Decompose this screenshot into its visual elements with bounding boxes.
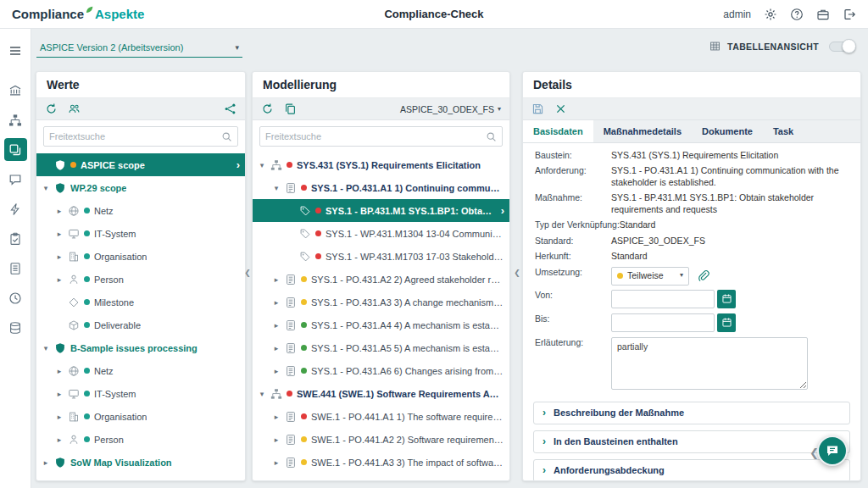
sidebar-item-reports[interactable] — [4, 257, 27, 280]
tab-massnahmedetails[interactable]: Maßnahmedetails — [593, 120, 692, 142]
tree-item[interactable]: ▸SYS.1 - PO.431.A3 3) A change mechanism… — [253, 291, 509, 313]
caret-collapsed-icon[interactable]: ▸ — [55, 252, 64, 261]
section-beschreibung-der-massnahme[interactable]: ›Beschreibung der Maßnahme — [533, 402, 850, 424]
tree-item[interactable]: ▸Person — [36, 428, 245, 451]
field-row-von: Von: — [535, 290, 849, 308]
sidebar-item-menu[interactable] — [4, 39, 27, 62]
caret-expanded-icon[interactable]: ▾ — [272, 184, 281, 192]
sidebar-item-data[interactable] — [4, 316, 27, 339]
question-icon[interactable] — [790, 8, 804, 21]
caret-collapsed-icon[interactable]: ▸ — [272, 298, 281, 307]
sidebar-item-hierarchy[interactable] — [4, 108, 27, 131]
save-icon[interactable] — [531, 103, 544, 115]
clipboard-icon — [8, 232, 22, 246]
caret-collapsed-icon[interactable]: ▸ — [55, 367, 64, 375]
tree-item[interactable]: ▸IT-System — [36, 222, 245, 245]
caret-expanded-icon[interactable]: ▾ — [258, 161, 266, 169]
user-name[interactable]: admin — [723, 8, 751, 20]
close-icon[interactable] — [554, 103, 567, 115]
tree-item[interactable]: ▸SWE.1 - PO.441.A1 1) The software requi… — [253, 405, 509, 428]
tree-item[interactable]: ▾SWE.441 (SWE.1) Software Requirements A… — [253, 382, 509, 405]
users-icon[interactable] — [68, 103, 81, 115]
modellierung-collapse-handle[interactable]: ❮ — [514, 254, 520, 291]
section-anforderungsabdeckung[interactable]: ›Anforderungsabdeckung — [533, 459, 850, 481]
search-icon[interactable] — [221, 131, 232, 142]
caret-collapsed-icon[interactable]: ▸ — [55, 230, 64, 238]
caret-collapsed-icon[interactable]: ▸ — [272, 413, 281, 421]
caret-collapsed-icon[interactable]: ▸ — [272, 344, 281, 352]
tree-item[interactable]: ▸Netz — [36, 199, 245, 222]
tree-item[interactable]: ▸Organisation — [36, 405, 245, 428]
tree-item[interactable]: ▸SWE.1 - PO.441.A4 4) Prioritization for… — [253, 474, 509, 480]
tab-task[interactable]: Task — [763, 120, 804, 142]
tab-basisdaten[interactable]: Basisdaten — [523, 120, 593, 142]
bis-calendar-button[interactable] — [717, 313, 736, 332]
tree-item[interactable]: ▸Person — [36, 268, 245, 291]
caret-collapsed-icon[interactable]: ▸ — [272, 458, 281, 467]
caret-expanded-icon[interactable]: ▾ — [42, 184, 50, 192]
sidebar-item-comments[interactable] — [4, 168, 27, 191]
tree-item[interactable]: SYS.1 - BP.431.M1 SYS.1.BP1: Obtain stak… — [253, 199, 509, 222]
caret-expanded-icon[interactable]: ▾ — [258, 390, 266, 398]
logout-icon[interactable] — [843, 8, 856, 21]
briefcase-icon[interactable] — [816, 8, 830, 21]
caret-collapsed-icon[interactable]: ▸ — [272, 321, 281, 330]
tree-item[interactable]: ▸SYS.1 - PO.431.A4 4) A mechanism is est… — [253, 313, 509, 336]
tree-item[interactable]: ▾WP.29 scope — [36, 176, 245, 199]
tree-item[interactable]: SYS.1 - WP.431.M1703 17-03 Stakeholder R… — [253, 245, 509, 268]
erlaeuterung-textarea[interactable] — [611, 337, 808, 390]
tree-item[interactable]: ▸Netz — [36, 359, 245, 382]
version-select[interactable]: ASPICE Version 2 (Arbeitsversion) ▾ — [36, 37, 242, 58]
werte-search-input[interactable] — [49, 131, 221, 141]
werte-collapse-handle[interactable]: ❮ — [244, 254, 251, 291]
tree-item[interactable]: ASPICE scope› — [36, 153, 245, 176]
tree-item[interactable]: ▸SWE.1 - PO.441.A3 3) The impact of soft… — [253, 451, 509, 474]
app-logo[interactable]: Compliance Aspekte — [12, 7, 144, 21]
bis-date-input[interactable] — [611, 313, 715, 332]
caret-collapsed-icon[interactable]: ▸ — [55, 275, 64, 284]
tree-item[interactable]: ▾SYS.1 - PO.431.A1 1) Continuing communi… — [253, 176, 509, 199]
paperclip-icon[interactable] — [697, 269, 709, 282]
modellierung-search-input[interactable] — [265, 131, 486, 141]
caret-collapsed-icon[interactable]: ▸ — [55, 390, 64, 398]
refresh-icon[interactable] — [261, 103, 274, 115]
caret-collapsed-icon[interactable]: ▸ — [55, 435, 64, 444]
caret-collapsed-icon[interactable]: ▸ — [42, 458, 50, 467]
sidebar-item-compliance-check[interactable] — [4, 138, 27, 161]
caret-collapsed-icon[interactable]: ▸ — [272, 275, 281, 284]
tree-item[interactable]: SYS.1 - WP.431.M1304 13-04 Communication… — [253, 222, 509, 245]
standard-select[interactable]: ASPICE_30_ODEX_FS ▾ — [400, 104, 501, 114]
tree-item[interactable]: ▸SWE.1 - PO.441.A2 2) Software requireme… — [253, 428, 509, 451]
umsetzung-select[interactable]: Teilweise▾ — [611, 267, 689, 286]
sidebar-item-actions[interactable] — [4, 197, 27, 220]
caret-collapsed-icon[interactable]: ▸ — [55, 413, 64, 421]
tree-item[interactable]: ▸SYS.1 - PO.431.A2 2) Agreed stakeholder… — [253, 268, 509, 291]
sidebar-item-history[interactable] — [4, 286, 27, 309]
tree-item[interactable]: ▸SYS.1 - PO.431.A6 6) Changes arising fr… — [253, 359, 509, 382]
caret-collapsed-icon[interactable]: ▸ — [272, 435, 281, 444]
tree-item[interactable]: Milestone — [36, 291, 245, 313]
tree-item[interactable]: ▸IT-System — [36, 382, 245, 405]
caret-collapsed-icon[interactable]: ▸ — [55, 207, 64, 215]
tableview-toggle[interactable] — [829, 42, 854, 52]
tree-item[interactable]: ▸Organisation — [36, 245, 245, 268]
tree-item[interactable]: ▾SYS.431 (SYS.1) Requirements Elicitatio… — [253, 153, 509, 176]
share-icon[interactable] — [224, 103, 236, 115]
chat-button[interactable] — [817, 435, 848, 466]
section-in-den-bausteinen-enthalten[interactable]: ›In den Bausteinen enthalten — [533, 430, 850, 453]
tab-dokumente[interactable]: Dokumente — [692, 120, 763, 142]
caret-expanded-icon[interactable]: ▾ — [42, 344, 50, 352]
tree-item[interactable]: ▸SoW Map Visualization — [36, 451, 245, 474]
gear-icon[interactable] — [764, 8, 777, 21]
von-date-input[interactable] — [611, 290, 715, 308]
refresh-icon[interactable] — [45, 103, 58, 115]
search-icon[interactable] — [486, 131, 497, 142]
von-calendar-button[interactable] — [717, 290, 736, 308]
tree-item[interactable]: ▾B-Sample issues processing — [36, 336, 245, 359]
tree-item[interactable]: ▸SYS.1 - PO.431.A5 5) A mechanism is est… — [253, 336, 509, 359]
caret-collapsed-icon[interactable]: ▸ — [272, 367, 281, 375]
tree-item[interactable]: Deliverable — [36, 313, 245, 336]
copy-icon[interactable] — [284, 103, 297, 115]
sidebar-item-bank[interactable] — [4, 79, 27, 102]
sidebar-item-tasks[interactable] — [4, 227, 27, 250]
